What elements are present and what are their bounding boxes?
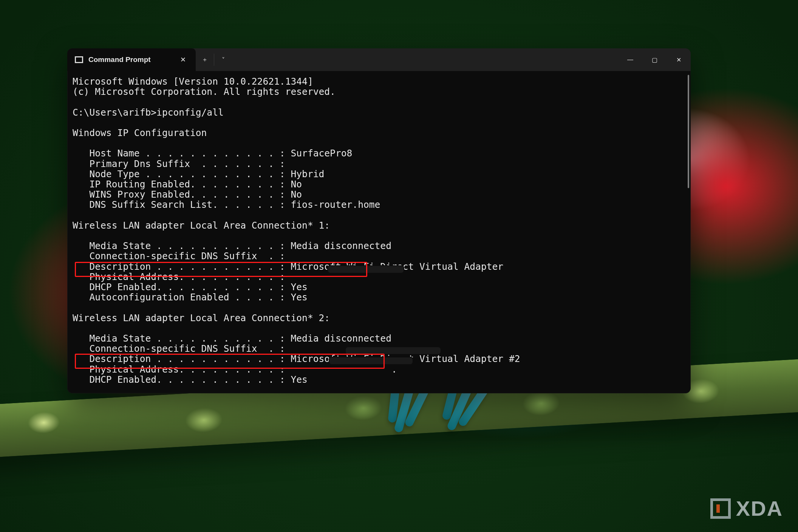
close-icon: ✕	[676, 56, 681, 63]
line: Physical Address. . . . . . . . . :	[73, 271, 285, 282]
terminal-content[interactable]: Microsoft Windows [Version 10.0.22621.13…	[67, 71, 691, 393]
maximize-button[interactable]: ▢	[642, 48, 667, 71]
line: (c) Microsoft Corporation. All rights re…	[73, 86, 336, 97]
tab-command-prompt[interactable]: Command Prompt ✕	[67, 48, 196, 71]
line: Autoconfiguration Enabled . . . . : Yes	[73, 292, 308, 303]
new-tab-button[interactable]: ＋	[196, 48, 214, 71]
chevron-down-icon: ˅	[222, 56, 225, 63]
prompt-line: C:\Users\arifb>ipconfig/all	[73, 107, 224, 118]
minimize-icon: —	[627, 56, 633, 63]
window-controls: — ▢ ✕	[618, 48, 691, 71]
line: Media State . . . . . . . . . . . : Medi…	[73, 333, 391, 344]
section-header: Wireless LAN adapter Local Area Connecti…	[73, 312, 330, 323]
cmd-icon	[75, 56, 83, 63]
plus-icon: ＋	[202, 56, 208, 64]
minimize-button[interactable]: —	[618, 48, 642, 71]
line: Media State . . . . . . . . . . . : Medi…	[73, 240, 391, 251]
line: Connection-specific DNS Suffix . :	[73, 251, 285, 261]
xda-watermark: XDA	[710, 496, 783, 521]
tab-title: Command Prompt	[88, 56, 151, 64]
xda-logo-text: XDA	[736, 496, 783, 521]
close-button[interactable]: ✕	[667, 48, 691, 71]
scrollbar[interactable]	[688, 75, 689, 188]
line: Host Name . . . . . . . . . . . . : Surf…	[73, 148, 352, 159]
xda-logo-icon	[710, 498, 731, 519]
line: Primary Dns Suffix . . . . . . . :	[73, 158, 285, 169]
redacted-region	[327, 265, 404, 274]
line: Description . . . . . . . . . . . : Micr…	[73, 261, 503, 272]
tab-close-button[interactable]: ✕	[177, 54, 189, 66]
terminal-window[interactable]: Command Prompt ✕ ＋ ˅ — ▢ ✕ Microsoft Win…	[67, 48, 691, 393]
section-header: Windows IP Configuration	[73, 127, 207, 138]
line: Microsoft Windows [Version 10.0.22621.13…	[73, 76, 313, 87]
line: Physical Address. . . . . . . . . : .	[73, 364, 397, 375]
maximize-icon: ▢	[652, 56, 657, 63]
line: IP Routing Enabled. . . . . . . . : No	[73, 179, 302, 190]
close-icon: ✕	[180, 56, 186, 64]
redacted-region	[329, 357, 413, 365]
redacted-region	[345, 346, 441, 355]
section-header: Wireless LAN adapter Local Area Connecti…	[73, 220, 330, 231]
line: DHCP Enabled. . . . . . . . . . . : Yes	[73, 374, 308, 385]
line: DHCP Enabled. . . . . . . . . . . : Yes	[73, 281, 308, 292]
line: Connection-specific DNS Suffix . :	[73, 343, 285, 354]
tab-dropdown-button[interactable]: ˅	[214, 48, 232, 71]
titlebar[interactable]: Command Prompt ✕ ＋ ˅ — ▢ ✕	[67, 48, 691, 71]
line: Description . . . . . . . . . . . : Micr…	[73, 353, 520, 364]
line: DNS Suffix Search List. . . . . . : fios…	[73, 199, 380, 210]
line: WINS Proxy Enabled. . . . . . . . : No	[73, 189, 302, 200]
line: Node Type . . . . . . . . . . . . : Hybr…	[73, 169, 324, 179]
